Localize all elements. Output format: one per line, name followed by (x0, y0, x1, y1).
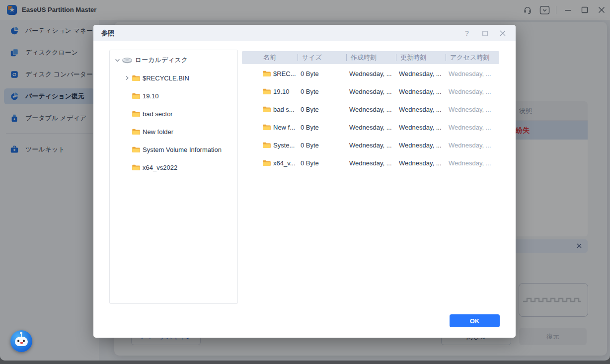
file-accessed: Wednesday, ... (446, 142, 499, 149)
folder-tree-panel: ローカルディスク $RECYCLE.BIN19.10bad sectorNew … (109, 50, 238, 304)
dialog-close-icon[interactable] (498, 29, 507, 38)
file-updated: Wednesday, ... (396, 70, 446, 77)
dialog-title: 参照 (101, 25, 114, 41)
dialog-titlebar: 参照 ? (93, 25, 516, 41)
folder-icon (262, 159, 271, 166)
file-size: 0 Byte (298, 106, 346, 113)
file-updated: Wednesday, ... (396, 159, 446, 167)
file-row[interactable]: $REC...0 ByteWednesday, ...Wednesday, ..… (242, 68, 499, 79)
file-created: Wednesday, ... (346, 159, 396, 167)
folder-icon (262, 142, 271, 148)
file-size: 0 Byte (298, 159, 346, 167)
file-size: 0 Byte (298, 142, 346, 149)
column-header-label: 更新時刻 (400, 53, 426, 62)
folder-icon (132, 164, 140, 171)
column-header[interactable]: 作成時刻 (346, 51, 396, 64)
column-header-label: 名前 (263, 53, 276, 62)
tree-item-label: ローカルディスク (135, 56, 188, 65)
folder-icon (132, 128, 140, 135)
file-size: 0 Byte (298, 124, 346, 131)
file-size: 0 Byte (298, 88, 346, 95)
file-name: bad s... (273, 106, 295, 113)
file-list: 名前サイズ作成時刻更新時刻アクセス時刻 $REC...0 ByteWednesd… (242, 51, 499, 175)
tree-item-local-disk[interactable]: ローカルディスク (110, 51, 237, 69)
file-created: Wednesday, ... (346, 88, 396, 95)
file-name: $REC... (273, 70, 296, 77)
file-accessed: Wednesday, ... (446, 124, 499, 131)
column-header[interactable]: 更新時刻 (396, 51, 446, 64)
column-header-label: 作成時刻 (351, 53, 377, 62)
chevron-down-icon[interactable] (113, 58, 121, 63)
column-header[interactable]: サイズ (298, 51, 346, 64)
chevron-right-icon[interactable] (125, 73, 130, 82)
tree-item-label: 19.10 (143, 92, 159, 100)
file-name: 19.10 (273, 88, 290, 95)
tree-item-label: System Volume Information (143, 146, 222, 153)
disk-icon (122, 56, 133, 64)
folder-icon (132, 92, 140, 99)
tree-item-label: $RECYCLE.BIN (143, 74, 189, 82)
file-accessed: Wednesday, ... (446, 106, 499, 113)
tree-item-folder[interactable]: New folder (110, 123, 237, 141)
assistant-robot-icon[interactable] (10, 330, 32, 352)
tree-item-label: x64_vs2022 (143, 164, 177, 171)
dialog-help-icon[interactable]: ? (462, 29, 471, 38)
column-header-label: サイズ (302, 53, 322, 62)
tree-children: $RECYCLE.BIN19.10bad sectorNew folderSys… (110, 69, 237, 176)
file-updated: Wednesday, ... (396, 106, 446, 113)
folder-icon (132, 146, 140, 153)
tree-item-folder[interactable]: $RECYCLE.BIN (110, 69, 237, 87)
file-accessed: Wednesday, ... (446, 88, 499, 95)
tree-item-folder[interactable]: bad sector (110, 105, 237, 123)
column-header[interactable]: アクセス時刻 (446, 51, 499, 64)
file-row[interactable]: Syste...0 ByteWednesday, ...Wednesday, .… (242, 139, 499, 151)
tree-item-folder[interactable]: x64_vs2022 (110, 158, 237, 176)
ok-button[interactable]: OK (450, 314, 500, 327)
file-updated: Wednesday, ... (396, 142, 446, 149)
list-body: $REC...0 ByteWednesday, ...Wednesday, ..… (242, 64, 499, 169)
file-accessed: Wednesday, ... (446, 159, 499, 167)
browse-dialog: 参照 ? ローカルディスク $RECYCLE.BIN19.10bad secto… (93, 25, 516, 338)
tree-item-label: New folder (143, 128, 173, 136)
folder-icon (262, 106, 271, 113)
file-row[interactable]: bad s...0 ByteWednesday, ...Wednesday, .… (242, 103, 499, 115)
file-name: x64_v... (273, 159, 296, 167)
file-created: Wednesday, ... (346, 106, 396, 113)
file-created: Wednesday, ... (346, 124, 396, 131)
column-header-label: アクセス時刻 (450, 53, 489, 62)
tree-item-folder[interactable]: 19.10 (110, 87, 237, 105)
file-updated: Wednesday, ... (396, 124, 446, 131)
folder-icon (262, 70, 271, 77)
folder-icon (132, 110, 140, 117)
file-name: New f... (273, 124, 295, 131)
file-row[interactable]: 19.100 ByteWednesday, ...Wednesday, ...W… (242, 85, 499, 97)
file-created: Wednesday, ... (346, 70, 396, 77)
folder-icon (262, 124, 271, 131)
file-row[interactable]: New f...0 ByteWednesday, ...Wednesday, .… (242, 121, 499, 133)
file-row[interactable]: x64_v...0 ByteWednesday, ...Wednesday, .… (242, 157, 499, 169)
folder-icon (132, 74, 140, 81)
tree-item-label: bad sector (143, 110, 173, 118)
dialog-maximize-icon[interactable] (480, 29, 489, 38)
folder-icon (262, 88, 271, 95)
file-accessed: Wednesday, ... (446, 70, 499, 77)
file-created: Wednesday, ... (346, 142, 396, 149)
list-header: 名前サイズ作成時刻更新時刻アクセス時刻 (242, 51, 499, 64)
file-name: Syste... (273, 142, 295, 149)
column-header[interactable]: 名前 (242, 51, 298, 64)
file-updated: Wednesday, ... (396, 88, 446, 95)
tree-item-folder[interactable]: System Volume Information (110, 141, 237, 158)
file-size: 0 Byte (298, 70, 346, 77)
